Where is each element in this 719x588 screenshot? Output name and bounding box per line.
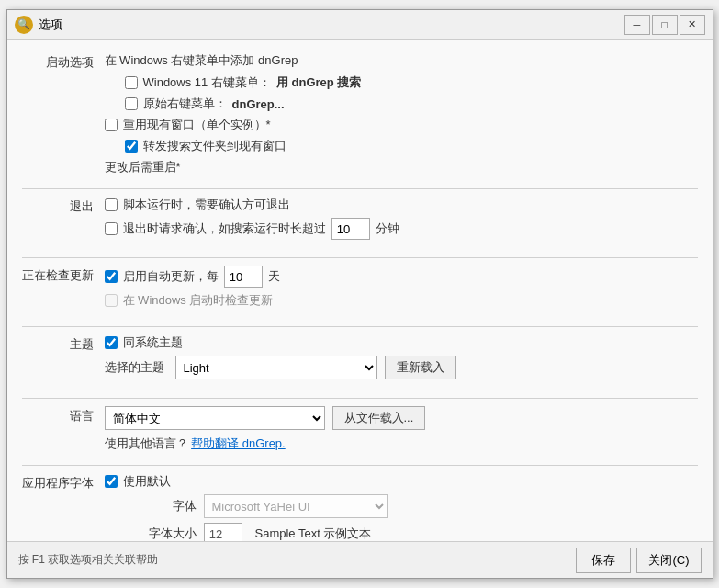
- timeout-input[interactable]: [331, 218, 370, 240]
- lang-help-link[interactable]: 帮助翻译 dnGrep.: [191, 436, 286, 450]
- win11-row: Windows 11 右键菜单： 用 dnGrep 搜索: [105, 74, 698, 91]
- win11-checkbox[interactable]: [125, 76, 138, 89]
- system-theme-label: 同系统主题: [123, 334, 183, 351]
- auto-update-checkbox[interactable]: [105, 270, 118, 283]
- original-bold-label: dnGrep...: [232, 97, 285, 111]
- reuse-label: 重用现有窗口（单个实例）*: [123, 117, 271, 133]
- timeout-unit: 分钟: [376, 220, 399, 237]
- use-default-label: 使用默认: [123, 473, 171, 490]
- original-checkbox[interactable]: [125, 97, 138, 110]
- selected-theme-label: 选择的主题: [105, 359, 164, 376]
- font-sample: Sample Text 示例文本: [255, 526, 372, 541]
- app-icon: 🔍: [15, 16, 33, 34]
- language-select[interactable]: 简体中文 English Deutsch Français 日本語: [105, 406, 325, 430]
- font-size-label: 字体大小: [105, 526, 197, 541]
- window-title: 选项: [39, 17, 624, 33]
- title-bar: 🔍 选项 ─ □ ✕: [7, 10, 713, 40]
- startup-section: 启动选项 在 Windows 右键菜单中添加 dnGrep Windows 11…: [22, 52, 698, 175]
- auto-update-label: 启用自动更新，每: [123, 268, 219, 285]
- save-button[interactable]: 保存: [576, 548, 631, 573]
- forward-row: 转发搜索文件夹到现有窗口: [105, 138, 698, 154]
- forward-checkbox[interactable]: [125, 140, 138, 153]
- updates-section: 正在检查更新 启用自动更新，每 天 在 Windows 启动时检查更新: [22, 266, 698, 313]
- startup-check-checkbox[interactable]: [105, 294, 118, 307]
- theme-label: 主题: [22, 334, 105, 353]
- script-checkbox[interactable]: [105, 198, 118, 211]
- timeout-row: 退出时请求确认，如搜索运行时长超过 分钟: [105, 218, 698, 240]
- language-dropdown-row: 简体中文 English Deutsch Français 日本語 从文件载入.…: [105, 406, 698, 430]
- minimize-button[interactable]: ─: [624, 15, 650, 35]
- timeout-checkbox[interactable]: [105, 222, 118, 235]
- close-button[interactable]: ✕: [680, 15, 705, 35]
- language-section: 语言 简体中文 English Deutsch Français 日本語 从文件…: [22, 406, 698, 452]
- context-menu-title: 在 Windows 右键菜单中添加 dnGrep: [105, 52, 698, 69]
- font-label: 字体: [105, 498, 197, 514]
- help-text: 按 F1 获取选项相关关联帮助: [18, 552, 159, 568]
- font-name-row: 字体 Microsoft YaHei UI: [105, 494, 698, 518]
- auto-update-row: 启用自动更新，每 天: [105, 266, 698, 288]
- font-select[interactable]: Microsoft YaHei UI: [204, 494, 388, 518]
- app-font-content: 使用默认 字体 Microsoft YaHei UI 字体大小 Sample T…: [105, 473, 698, 541]
- lang-help-text: 使用其他语言？: [105, 436, 188, 450]
- original-row: 原始右键菜单： dnGrep...: [105, 96, 698, 112]
- script-label: 脚本运行时，需要确认方可退出: [123, 197, 290, 213]
- theme-select[interactable]: Light Dark System: [175, 356, 377, 379]
- auto-update-unit: 天: [268, 268, 280, 285]
- updates-label: 正在检查更新: [22, 266, 105, 284]
- startup-label: 启动选项: [22, 52, 105, 71]
- restart-note: 更改后需重启*: [105, 159, 698, 175]
- theme-content: 同系统主题 选择的主题 Light Dark System 重新载入: [105, 334, 698, 385]
- forward-label: 转发搜索文件夹到现有窗口: [143, 138, 286, 154]
- startup-check-row: 在 Windows 启动时检查更新: [105, 292, 698, 309]
- reload-theme-button[interactable]: 重新载入: [385, 356, 456, 379]
- exit-section: 退出 脚本运行时，需要确认方可退出 退出时请求确认，如搜索运行时长超过 分钟: [22, 197, 698, 244]
- bottom-bar: 按 F1 获取选项相关关联帮助 保存 关闭(C): [7, 541, 713, 578]
- startup-check-label: 在 Windows 启动时检查更新: [123, 292, 274, 309]
- script-row: 脚本运行时，需要确认方可退出: [105, 197, 698, 213]
- main-window: 🔍 选项 ─ □ ✕ 启动选项 在 Windows 右键菜单中添加 dnGrep…: [6, 9, 713, 579]
- maximize-button[interactable]: □: [652, 15, 678, 35]
- use-default-row: 使用默认: [105, 473, 698, 490]
- system-theme-row: 同系统主题: [105, 334, 698, 351]
- original-label: 原始右键菜单：: [143, 96, 227, 112]
- load-from-file-button[interactable]: 从文件载入...: [332, 406, 426, 430]
- system-theme-checkbox[interactable]: [105, 336, 118, 349]
- timeout-label: 退出时请求确认，如搜索运行时长超过: [123, 220, 326, 237]
- theme-dropdown-row: 选择的主题 Light Dark System 重新载入: [105, 356, 698, 379]
- font-size-input[interactable]: [204, 523, 242, 541]
- language-label: 语言: [22, 406, 105, 424]
- close-dialog-button[interactable]: 关闭(C): [636, 548, 701, 573]
- reuse-checkbox[interactable]: [105, 119, 118, 131]
- title-bar-buttons: ─ □ ✕: [624, 15, 705, 35]
- exit-content: 脚本运行时，需要确认方可退出 退出时请求确认，如搜索运行时长超过 分钟: [105, 197, 698, 244]
- app-font-section: 应用程序字体 使用默认 字体 Microsoft YaHei UI 字体大小 S…: [22, 473, 698, 541]
- exit-label: 退出: [22, 197, 105, 215]
- startup-content: 在 Windows 右键菜单中添加 dnGrep Windows 11 右键菜单…: [105, 52, 698, 175]
- win11-bold-label: 用 dnGrep 搜索: [276, 74, 361, 91]
- updates-content: 启用自动更新，每 天 在 Windows 启动时检查更新: [105, 266, 698, 313]
- reuse-row: 重用现有窗口（单个实例）*: [105, 117, 698, 133]
- app-font-label: 应用程序字体: [22, 473, 105, 492]
- lang-help-row: 使用其他语言？ 帮助翻译 dnGrep.: [105, 435, 698, 452]
- use-default-checkbox[interactable]: [105, 475, 118, 488]
- win11-label: Windows 11 右键菜单：: [143, 74, 271, 91]
- language-content: 简体中文 English Deutsch Français 日本語 从文件载入.…: [105, 406, 698, 452]
- content-area: 启动选项 在 Windows 右键菜单中添加 dnGrep Windows 11…: [7, 40, 713, 541]
- bottom-buttons: 保存 关闭(C): [576, 548, 701, 573]
- auto-update-input[interactable]: [224, 266, 263, 288]
- font-size-row: 字体大小 Sample Text 示例文本: [105, 523, 698, 541]
- theme-section: 主题 同系统主题 选择的主题 Light Dark System 重新载入: [22, 334, 698, 385]
